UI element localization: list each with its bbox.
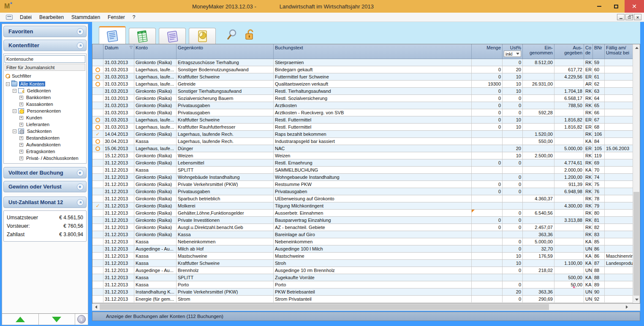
tree-expander[interactable]: − xyxy=(13,109,16,113)
close-button[interactable]: ✕ xyxy=(625,0,644,13)
table-row[interactable]: 31.03.2013 Lagerhaus, laufe... Kraftfutt… xyxy=(92,73,633,81)
cell-eingenommen[interactable]: 218,02 xyxy=(523,267,554,274)
cell-code[interactable]: RK xyxy=(584,231,593,238)
cell-gegenkonto[interactable]: Kraftfutter Schweine xyxy=(177,73,274,80)
cell-konto[interactable]: Kassa xyxy=(134,238,177,245)
cell-datum[interactable]: 31.12.2013 xyxy=(103,274,134,281)
cell-gegenkonto[interactable]: Ausgl.u.Direktzahl.benacht.Geb xyxy=(177,224,274,231)
cell-konto[interactable]: Girokonto (Raika) xyxy=(134,195,177,202)
cell-code[interactable]: ER xyxy=(584,124,593,130)
cell-ausgegeben[interactable] xyxy=(554,81,584,87)
cell-ust[interactable]: 10 xyxy=(503,152,523,159)
cell-faellig[interactable] xyxy=(605,81,633,87)
cell-eingenommen[interactable] xyxy=(523,167,554,173)
tree-expander[interactable]: + xyxy=(19,150,23,154)
cell-ust[interactable]: 0 xyxy=(503,217,523,224)
cell-bnr[interactable]: 88 xyxy=(593,274,605,281)
cell-ausgegeben[interactable]: 911,39 xyxy=(554,181,584,188)
cell-datum[interactable]: 31.12.2013 xyxy=(103,281,134,288)
cell-konto[interactable]: Girokonto (Raika) xyxy=(134,217,177,224)
panel-volltext[interactable]: Volltext der Buchung » xyxy=(3,167,87,178)
cell-menge[interactable] xyxy=(472,238,503,245)
cell-gegenkonto[interactable]: Kassa xyxy=(177,231,274,238)
table-row[interactable]: 31.03.2013 Girokonto (Raika) Sonstiger T… xyxy=(92,88,633,95)
cell-ust[interactable] xyxy=(503,274,523,281)
cell-ausgegeben[interactable]: 6.568,17 xyxy=(554,95,584,102)
table-row[interactable]: 31.12.2013 Girokonto (Raika) Private Ver… xyxy=(92,181,633,188)
cell-bnr[interactable]: 74 xyxy=(593,174,605,181)
cell-konto[interactable]: Girokonto (Raika) xyxy=(134,88,177,94)
cell-ust[interactable]: 0 xyxy=(503,95,523,102)
cell-datum[interactable]: 31.12.2013 xyxy=(103,267,134,274)
table-row[interactable]: 31.03.2013 Girokonto (Raika) Privatausga… xyxy=(92,109,633,116)
cell-datum[interactable]: 31.03.2013 xyxy=(103,59,134,66)
cell-eingenommen[interactable]: 363,36 xyxy=(523,231,554,238)
cell-datum[interactable]: 31.03.2013 xyxy=(103,102,134,109)
cell-konto[interactable]: Ausgedinge - Au... xyxy=(134,267,177,274)
menu-fenster[interactable]: Fenster xyxy=(104,13,129,22)
cell-menge[interactable]: 0 xyxy=(472,88,503,94)
cell-menge[interactable] xyxy=(472,210,503,216)
tree-expander[interactable]: + xyxy=(19,156,23,160)
cell-code[interactable]: ER xyxy=(584,145,593,152)
cell-menge[interactable] xyxy=(472,267,503,274)
cell-buchungstext[interactable]: SAMMELBUCHUNG xyxy=(274,167,472,173)
cell-ust[interactable]: 0 xyxy=(503,210,523,216)
cell-menge[interactable]: 0 xyxy=(472,95,503,102)
cell-ust[interactable] xyxy=(503,231,523,238)
cell-eingenommen[interactable]: 6.540,56 xyxy=(523,210,554,216)
cell-ausgegeben[interactable] xyxy=(554,238,584,245)
cell-faellig[interactable] xyxy=(605,210,633,216)
cell-menge[interactable]: 0 xyxy=(472,159,503,166)
cell-konto[interactable]: Girokonto (Raika) xyxy=(134,159,177,166)
cell-gegenkonto[interactable]: Nebeneinkommen xyxy=(177,238,274,245)
cell-ausgegeben[interactable] xyxy=(554,231,584,238)
lock-open-icon[interactable] xyxy=(245,29,255,40)
cell-ausgegeben[interactable] xyxy=(554,59,584,66)
tree-expander[interactable]: − xyxy=(6,82,10,86)
cell-gegenkonto[interactable]: Private Verkehrsmittel (PKW) xyxy=(177,181,274,188)
cell-faellig[interactable] xyxy=(605,88,633,94)
cell-ust[interactable]: 10 xyxy=(503,260,523,267)
cell-code[interactable]: UN xyxy=(584,245,593,252)
tree-expander[interactable]: + xyxy=(19,102,23,106)
cell-datum[interactable]: 31.12.2013 xyxy=(103,253,134,259)
cell-faellig[interactable] xyxy=(605,174,633,181)
cell-datum[interactable]: 31.03.2013 xyxy=(103,95,134,102)
cell-menge[interactable] xyxy=(472,195,503,202)
cell-ausgegeben[interactable]: 2.000,00 xyxy=(554,167,584,173)
cell-ausgegeben[interactable]: 1.100,00 xyxy=(554,260,584,267)
tree-expander[interactable]: + xyxy=(19,143,23,147)
chevron-down-icon[interactable]: » xyxy=(77,183,84,190)
cell-gegenkonto[interactable]: Private Investitionen xyxy=(177,217,274,224)
cell-code[interactable]: KA xyxy=(584,167,593,173)
cell-menge[interactable] xyxy=(472,274,503,281)
cell-buchungstext[interactable]: AZ - benachteil. Gebiete xyxy=(274,224,472,231)
cell-gegenkonto[interactable]: Sparbuch betrieblich xyxy=(177,195,274,202)
cell-buchungstext[interactable]: Restl. Futtermittel xyxy=(274,124,472,130)
kontensuche-input[interactable] xyxy=(5,55,85,63)
cell-gegenkonto[interactable]: Gehälter,Löhne,Funktionsgelder xyxy=(177,210,274,216)
cell-ust[interactable]: 10 xyxy=(503,73,523,80)
tab-ledger[interactable]: S H xyxy=(129,28,156,44)
cell-buchungstext[interactable]: Restl. Tierhaltungsaufwand xyxy=(274,88,472,94)
cell-gegenkonto[interactable]: Lagerhaus, laufende Rech. xyxy=(177,138,274,145)
cell-ust[interactable]: 0 xyxy=(503,102,523,109)
cell-bnr[interactable]: 69 xyxy=(593,159,605,166)
cell-datum[interactable]: 31.12.2013 xyxy=(103,224,134,231)
cell-code[interactable]: RK xyxy=(584,174,593,181)
header-konto[interactable]: Konto xyxy=(134,44,177,59)
cell-konto[interactable]: Girokonto (Raika) xyxy=(134,210,177,216)
cell-ust[interactable]: 0 xyxy=(503,174,523,181)
cell-eingenommen[interactable] xyxy=(523,274,554,281)
cell-eingenommen[interactable] xyxy=(523,124,554,130)
cell-ust[interactable]: 20 xyxy=(503,145,523,152)
cell-eingenommen[interactable] xyxy=(523,73,554,80)
cell-ausgegeben[interactable]: 50,00 xyxy=(554,281,584,288)
scrollbar-left-arrow[interactable] xyxy=(92,304,100,310)
cell-code[interactable]: ER xyxy=(584,66,593,73)
cell-menge[interactable]: 0 xyxy=(472,181,503,188)
mdi-restore-button[interactable] xyxy=(625,14,633,20)
cell-bnr[interactable]: 70 xyxy=(593,167,605,173)
cell-buchungstext[interactable]: Arztkosten xyxy=(274,102,472,109)
